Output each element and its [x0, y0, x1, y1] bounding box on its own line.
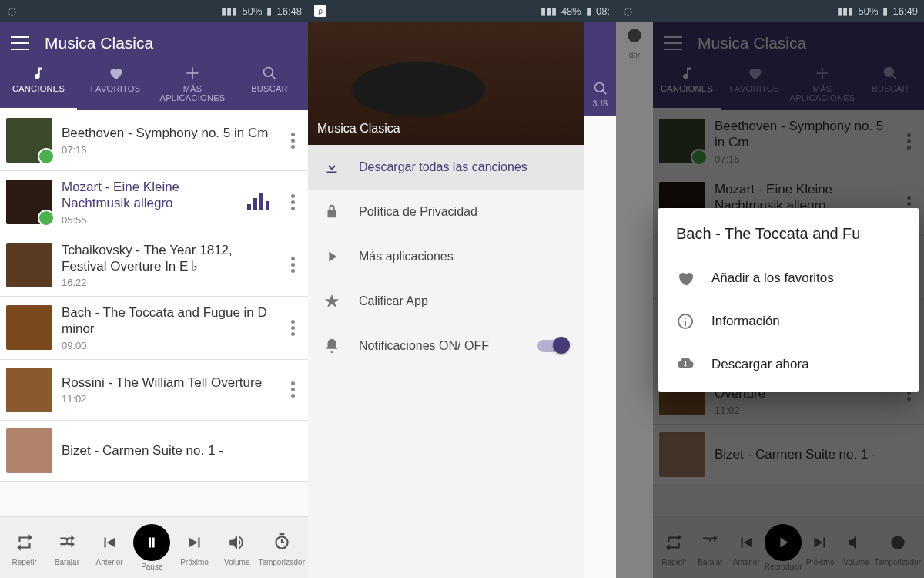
- next-button[interactable]: Próximo: [173, 529, 216, 566]
- battery-text: 50%: [858, 5, 878, 17]
- search-status-icon: ρ: [314, 5, 326, 17]
- clock: 08:: [596, 5, 610, 17]
- list-item[interactable]: Mozart - Eine Kleine Nachtmusik allegro0…: [0, 171, 308, 234]
- app-title: Musica Clasica: [45, 34, 153, 52]
- list-item[interactable]: Beethoven - Symphony no. 5 in Cm07:16: [0, 110, 308, 171]
- song-duration: 09:00: [62, 340, 274, 351]
- overflow-icon[interactable]: [283, 381, 302, 398]
- drawer-title: Musica Clasica: [317, 122, 400, 136]
- song-thumbnail: [6, 243, 52, 287]
- drawer-header: Musica Clasica: [308, 22, 584, 145]
- dialog-option-download[interactable]: Descargar ahora: [658, 343, 919, 386]
- list-item[interactable]: Rossini - The William Tell Overture11:02: [0, 360, 308, 421]
- overflow-icon[interactable]: [283, 133, 302, 149]
- drawer-item-privacy[interactable]: Política de Privacidad: [308, 190, 584, 234]
- song-title: Tchaikovsky - The Year 1812, Festival Ov…: [62, 242, 274, 275]
- background-strip: 3US: [584, 22, 616, 578]
- song-title: Bizet - Carmen Suite no. 1 -: [62, 442, 302, 459]
- drawer-item-more-apps[interactable]: Más aplicaciones: [308, 234, 584, 279]
- battery-icon: ▮: [882, 5, 888, 17]
- shuffle-button[interactable]: Barajar: [45, 529, 88, 566]
- tab-more-apps[interactable]: MÁSAPLICACIONES: [154, 62, 231, 110]
- dialog-option-favorite[interactable]: Añadir a los favoritos: [658, 257, 919, 300]
- status-bar: ρ ▮▮▮48%▮08:: [308, 0, 616, 22]
- notifications-switch[interactable]: [537, 340, 568, 352]
- timer-button[interactable]: Temporizador: [258, 529, 305, 566]
- tab-favorites[interactable]: FAVORITOS: [77, 62, 154, 110]
- overflow-icon[interactable]: [283, 194, 302, 210]
- prev-screen-edge: dor: [616, 22, 653, 578]
- screen-dialog: ◌ ▮▮▮50%▮16:49 dor Musica Clasica CANCIO…: [616, 0, 924, 578]
- song-thumbnail: [6, 428, 52, 473]
- signal-icon: ▮▮▮: [541, 5, 557, 17]
- list-item[interactable]: Tchaikovsky - The Year 1812, Festival Ov…: [0, 234, 308, 297]
- context-dialog: Bach - The Toccata and Fu Añadir a los f…: [658, 208, 919, 392]
- screen-songs: ◌ ▮▮▮ 50% ▮ 16:48 Musica Clasica CANCION…: [0, 0, 308, 578]
- screen-drawer: ρ ▮▮▮48%▮08: Musica Clasica Descargar to…: [308, 0, 616, 578]
- drawer-item-rate[interactable]: Calificar App: [308, 279, 584, 324]
- menu-icon[interactable]: [11, 36, 29, 50]
- notification-icon: ◌: [6, 5, 17, 16]
- clock: 16:49: [892, 5, 918, 17]
- player-bar: Repetir Barajar Anterior Pause Próximo V…: [0, 516, 308, 578]
- dialog-option-info[interactable]: Información: [658, 300, 919, 343]
- app-bar: Musica Clasica: [0, 22, 308, 59]
- previous-button[interactable]: Anterior: [88, 529, 130, 566]
- song-title: Rossini - The William Tell Overture: [62, 375, 274, 391]
- clock: 16:48: [276, 5, 302, 17]
- drawer-item-download-all[interactable]: Descargar todas las canciones: [308, 145, 584, 190]
- search-icon: [593, 81, 608, 96]
- battery-icon: ▮: [586, 5, 591, 17]
- battery-icon: ▮: [266, 5, 272, 17]
- song-title: Beethoven - Symphony no. 5 in Cm: [62, 125, 274, 141]
- battery-text: 48%: [561, 5, 581, 17]
- list-item[interactable]: Bizet - Carmen Suite no. 1 -: [0, 421, 308, 482]
- battery-text: 50%: [242, 5, 262, 17]
- navigation-drawer: Musica Clasica Descargar todas las canci…: [308, 22, 584, 578]
- song-duration: 05:55: [62, 214, 238, 226]
- tab-bar: CANCIONES FAVORITOS MÁSAPLICACIONES BUSC…: [0, 59, 308, 110]
- song-duration: 11:02: [62, 393, 274, 405]
- dialog-scrim[interactable]: Bach - The Toccata and Fu Añadir a los f…: [653, 22, 924, 578]
- volume-button[interactable]: Volume: [216, 529, 258, 566]
- song-thumbnail: [6, 118, 52, 163]
- song-title: Bach - The Toccata and Fugue in D minor: [62, 304, 274, 338]
- song-duration: 07:16: [62, 144, 274, 156]
- list-item[interactable]: Bach - The Toccata and Fugue in D minor0…: [0, 297, 308, 360]
- song-duration: 16:22: [62, 277, 274, 288]
- tab-songs[interactable]: CANCIONES: [0, 62, 77, 110]
- song-list[interactable]: Beethoven - Symphony no. 5 in Cm07:16 Mo…: [0, 110, 308, 516]
- repeat-button[interactable]: Repetir: [3, 529, 45, 566]
- signal-icon: ▮▮▮: [837, 5, 853, 17]
- pause-button[interactable]: Pause: [131, 524, 173, 571]
- notification-icon: ◌: [622, 5, 633, 16]
- overflow-icon[interactable]: [283, 257, 302, 273]
- song-thumbnail: [6, 180, 52, 224]
- status-bar: ◌ ▮▮▮50%▮16:49: [616, 0, 924, 22]
- drawer-item-notifications[interactable]: Notificaciones ON/ OFF: [308, 324, 584, 368]
- song-thumbnail: [6, 305, 52, 350]
- signal-icon: ▮▮▮: [221, 5, 237, 17]
- song-thumbnail: [6, 368, 52, 412]
- song-title: Mozart - Eine Kleine Nachtmusik allegro: [62, 179, 238, 212]
- tab-search[interactable]: BUSCAR: [231, 62, 308, 110]
- status-bar: ◌ ▮▮▮ 50% ▮ 16:48: [0, 0, 308, 22]
- equalizer-icon: [247, 193, 270, 210]
- overflow-icon[interactable]: [283, 320, 302, 336]
- dialog-title: Bach - The Toccata and Fu: [658, 225, 919, 257]
